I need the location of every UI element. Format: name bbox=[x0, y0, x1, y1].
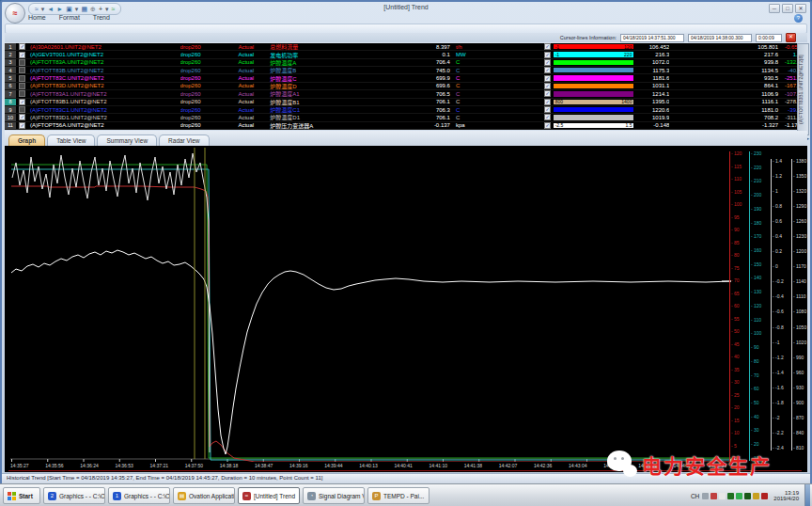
axis-tick-label: 0.2 bbox=[773, 249, 793, 254]
axis-tick-label: 105 bbox=[731, 190, 750, 195]
scale-checkbox[interactable]: ✓ bbox=[544, 122, 551, 129]
menu-item-trend[interactable]: Trend bbox=[93, 14, 110, 23]
row-visibility-cell: ✓ bbox=[17, 99, 28, 105]
show-desktop-button[interactable] bbox=[804, 484, 810, 506]
point-name: (A)FTOTT83C1.UNIT2@NET2 bbox=[28, 107, 180, 113]
point-unit: C bbox=[452, 99, 495, 104]
scale-min: -1 bbox=[555, 44, 559, 50]
scale-max: 220 bbox=[624, 52, 632, 57]
taskbar-button-graphics-c-ovati-[interactable]: 1Graphics - - C:\Ovati... bbox=[108, 487, 170, 504]
cursor-delta-field[interactable]: 0:00:09 bbox=[756, 34, 782, 42]
cursor-time2-field[interactable]: 04/18/2019 14:38:00.300 bbox=[688, 34, 752, 42]
tab-graph[interactable]: Graph bbox=[8, 134, 45, 146]
scale-checkbox[interactable]: ✓ bbox=[544, 43, 551, 50]
scale-checkbox[interactable]: ✓ bbox=[544, 75, 551, 82]
visibility-checkbox[interactable]: ✓ bbox=[19, 114, 25, 120]
tray-icon-5[interactable] bbox=[736, 493, 742, 499]
cursor-time1-field[interactable]: 04/18/2019 14:37:51.300 bbox=[620, 34, 684, 42]
axis-tick-label: -1 bbox=[773, 340, 793, 345]
axis-tick-label: 75 bbox=[731, 266, 750, 271]
axis-tick-label: 990 bbox=[793, 356, 807, 360]
scale-checkbox[interactable]: ✓ bbox=[544, 99, 551, 105]
scale-checkbox[interactable]: ✓ bbox=[544, 83, 551, 89]
tray-icon-6[interactable] bbox=[744, 493, 751, 499]
visibility-checkbox[interactable]: ✓ bbox=[19, 122, 25, 129]
scale-checkbox[interactable]: ✓ bbox=[544, 67, 551, 73]
tray-icon-3[interactable] bbox=[719, 493, 726, 499]
row-visibility-cell: ✓ bbox=[17, 114, 28, 120]
title-bar[interactable]: ≈ ≈▾◄►▣▾▦⊕+▾≈ [Untitled] Trend ─□✕ bbox=[2, 2, 810, 13]
axis-tick-label: 840 bbox=[793, 431, 807, 435]
axis-tick-label: 35 bbox=[731, 368, 750, 372]
scale-checkbox[interactable]: ✓ bbox=[544, 114, 551, 120]
app-logo-icon[interactable]: ≈ bbox=[5, 3, 25, 24]
visibility-checkbox[interactable]: ✓ bbox=[19, 99, 25, 105]
tray-icon-8[interactable] bbox=[761, 493, 768, 499]
maximize-button[interactable]: □ bbox=[782, 4, 793, 13]
visibility-checkbox[interactable] bbox=[19, 106, 25, 113]
scale-bar bbox=[554, 91, 634, 96]
scale-bar-cell: -2.51.5 bbox=[554, 122, 634, 129]
taskbar-button-graphics-c-ovati-[interactable]: 2Graphics - - C:\Ovati... bbox=[43, 487, 105, 504]
view-tab-strip: GraphTable ViewSummary ViewRadar View bbox=[5, 131, 807, 146]
tray-icon-4[interactable] bbox=[727, 493, 734, 499]
watermark: 电力安全生产 bbox=[607, 451, 772, 479]
taskbar-button-ovation-applications[interactable]: ▤Ovation Applications bbox=[173, 487, 235, 504]
menu-item-format[interactable]: Format bbox=[59, 14, 80, 23]
row-visibility-cell bbox=[17, 106, 28, 113]
taskbar-button-label: Graphics - - C:\Ovati... bbox=[59, 493, 105, 499]
axis-tick-label: 120 bbox=[751, 304, 772, 308]
cursor2-value: 708.2 bbox=[669, 115, 780, 120]
taskbar-button-signal-diagram-viewe-[interactable]: ◔Signal Diagram Viewe... bbox=[303, 487, 365, 504]
tray-icon-1[interactable] bbox=[702, 493, 709, 499]
tray-icon-2[interactable] bbox=[710, 493, 717, 499]
axis-tick-label: 1 bbox=[773, 189, 793, 194]
scale-max: 1.5 bbox=[625, 122, 632, 128]
taskbar-button-tempd-pai-[interactable]: PTEMPD - Pai... bbox=[367, 487, 429, 504]
axis-tick-label: 220 bbox=[751, 166, 772, 170]
cursor2-value: 864.1 bbox=[669, 83, 780, 88]
axis-tick-label: 70 bbox=[731, 278, 750, 283]
point-drop: drop260 bbox=[180, 122, 239, 128]
point-name: (A)FTOTT83B.UNIT2@NET2 bbox=[28, 68, 180, 73]
tray-icon-7[interactable] bbox=[753, 493, 759, 499]
language-indicator[interactable]: CH bbox=[691, 493, 699, 499]
scale-checkbox[interactable]: ✓ bbox=[544, 90, 551, 97]
close-cursor-info-button[interactable]: ✕ bbox=[786, 33, 796, 42]
tray-clock[interactable]: 13:19 2019/4/20 bbox=[771, 490, 802, 501]
scale-checkbox[interactable]: ✓ bbox=[544, 106, 551, 113]
visibility-checkbox[interactable] bbox=[19, 83, 25, 89]
cursor-info-label: Cursor-lines Information: bbox=[560, 35, 617, 40]
scale-min: 800 bbox=[555, 99, 563, 104]
scale-checkbox[interactable]: ✓ bbox=[544, 59, 551, 66]
tab-summary-view[interactable]: Summary View bbox=[97, 134, 157, 146]
menu-item-home[interactable]: Home bbox=[28, 14, 46, 23]
axis-tick-label: 0.8 bbox=[773, 204, 793, 209]
visibility-checkbox[interactable]: ✓ bbox=[19, 52, 25, 58]
time-label: 14:40:41 bbox=[394, 463, 412, 468]
visibility-checkbox[interactable] bbox=[19, 67, 25, 73]
table-row[interactable]: 11✓(A)FTOPT56A.UNIT2@NET2drop260Actual炉膛… bbox=[5, 122, 801, 130]
visibility-checkbox[interactable] bbox=[19, 90, 25, 97]
axis-tick-label: 10 bbox=[731, 431, 750, 435]
close-button[interactable]: ✕ bbox=[795, 4, 806, 13]
visibility-checkbox[interactable]: ✓ bbox=[19, 43, 25, 50]
time-label: 14:42:36 bbox=[534, 463, 552, 468]
tab-table-view[interactable]: Table View bbox=[47, 134, 95, 146]
point-type: Actual bbox=[238, 52, 270, 57]
help-icon[interactable]: ? bbox=[794, 14, 803, 23]
tab-radar-view[interactable]: Radar View bbox=[159, 134, 209, 146]
minimize-button[interactable]: ─ bbox=[769, 4, 780, 13]
trend-graph-area: 1201151101051009590858075706560555045403… bbox=[5, 146, 807, 472]
row-visibility-cell bbox=[17, 75, 28, 82]
scale-min: -2.5 bbox=[555, 122, 564, 128]
visibility-checkbox[interactable] bbox=[19, 59, 25, 66]
scale-checkbox[interactable]: ✓ bbox=[544, 52, 551, 58]
selected-point-side-tab[interactable]: (A)FTOTT83B1.UNIT2@NET2[8] bbox=[797, 43, 809, 135]
taskbar-button--untitled-trend[interactable]: ≈[Untitled] Trend bbox=[238, 487, 300, 504]
start-button[interactable]: Start bbox=[3, 487, 40, 504]
app-icon: P bbox=[372, 492, 381, 500]
point-name: (A)FTOTT83A1.UNIT2@NET2 bbox=[28, 91, 180, 97]
visibility-checkbox[interactable] bbox=[19, 75, 25, 82]
scale-bar bbox=[554, 115, 634, 119]
